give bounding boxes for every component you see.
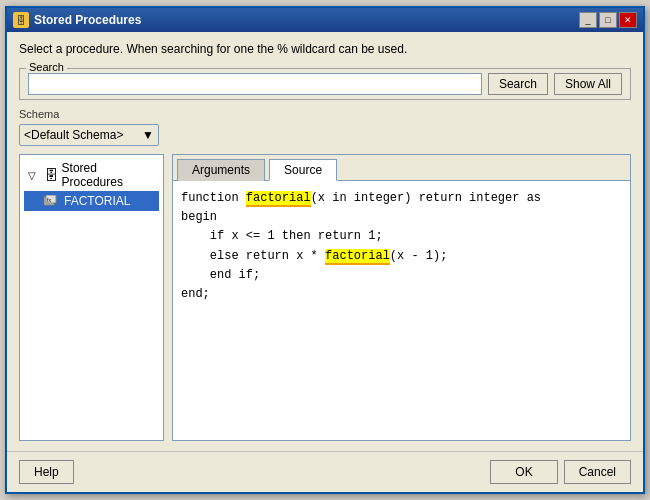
schema-dropdown-icon: ▼ [142, 128, 154, 142]
title-bar: 🗄 Stored Procedures _ □ ✕ [7, 8, 643, 32]
show-all-button[interactable]: Show All [554, 73, 622, 95]
tree-item-label: FACTORIAL [64, 194, 130, 208]
search-button[interactable]: Search [488, 73, 548, 95]
title-bar-left: 🗄 Stored Procedures [13, 12, 141, 28]
search-group: Search Search Show All [19, 64, 631, 100]
main-area: ▽ 🗄 Stored Procedures fx FACTORIAL [19, 154, 631, 441]
footer-right: OK Cancel [490, 460, 631, 484]
maximize-button[interactable]: □ [599, 12, 617, 28]
code-area: function factorial(x in integer) return … [173, 181, 630, 440]
search-fieldset: Search Search Show All [19, 68, 631, 100]
schema-label: Schema [19, 108, 631, 120]
tab-source[interactable]: Source [269, 159, 337, 181]
schema-value: <Default Schema> [24, 128, 123, 142]
tree-root-item[interactable]: ▽ 🗄 Stored Procedures [24, 159, 159, 191]
procedure-icon: fx [44, 193, 60, 209]
help-button[interactable]: Help [19, 460, 74, 484]
search-input[interactable] [28, 73, 482, 95]
svg-text:fx: fx [47, 197, 51, 203]
footer: Help OK Cancel [7, 451, 643, 492]
tabs-container: Arguments Source [173, 155, 630, 181]
description-text: Select a procedure. When searching for o… [19, 42, 631, 56]
tree-selected-item[interactable]: fx FACTORIAL [24, 191, 159, 211]
search-row: Search Show All [28, 73, 622, 95]
schema-group: Schema <Default Schema> ▼ [19, 108, 631, 146]
title-buttons: _ □ ✕ [579, 12, 637, 28]
tab-arguments[interactable]: Arguments [177, 159, 265, 181]
tree-panel: ▽ 🗄 Stored Procedures fx FACTORIAL [19, 154, 164, 441]
window-title: Stored Procedures [34, 13, 141, 27]
tree-root-label: Stored Procedures [62, 161, 159, 189]
minimize-button[interactable]: _ [579, 12, 597, 28]
search-label: Search [26, 61, 67, 73]
right-panel: Arguments Source function factorial(x in… [172, 154, 631, 441]
cancel-button[interactable]: Cancel [564, 460, 631, 484]
tree-expand-icon: ▽ [24, 167, 40, 183]
window-content: Select a procedure. When searching for o… [7, 32, 643, 451]
ok-button[interactable]: OK [490, 460, 557, 484]
highlight-2: factorial [325, 249, 390, 265]
close-button[interactable]: ✕ [619, 12, 637, 28]
tree-root-icon: 🗄 [44, 167, 58, 183]
main-window: 🗄 Stored Procedures _ □ ✕ Select a proce… [5, 6, 645, 494]
schema-dropdown[interactable]: <Default Schema> ▼ [19, 124, 159, 146]
highlight-1: factorial [246, 191, 311, 207]
window-icon: 🗄 [13, 12, 29, 28]
